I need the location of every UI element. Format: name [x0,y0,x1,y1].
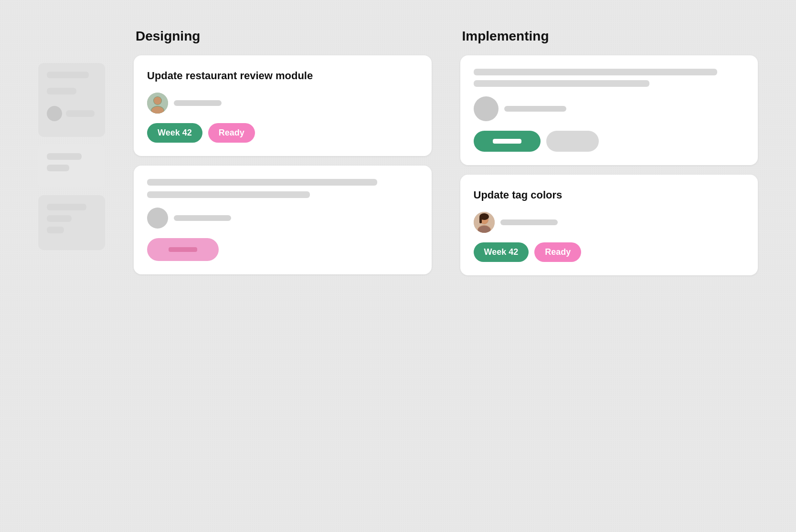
week42-tag[interactable]: Week 42 [474,242,529,262]
tags-row: Week 42 Ready [147,123,418,143]
ghost-line [474,69,718,75]
card-title: Update restaurant review module [147,69,418,83]
ready-tag[interactable]: Ready [534,242,581,262]
board: Designing Update restaurant review modul… [134,29,758,275]
avatar-placeholder [147,208,168,229]
ghost-line [474,80,650,87]
ghost-line [47,88,76,94]
implementing-column: Implementing [460,29,758,275]
svg-rect-11 [479,217,482,223]
ghost-line [47,153,82,160]
gray-tag-placeholder [546,131,599,152]
ghost-card-1 [38,63,105,137]
ghost-line [47,72,89,78]
avatar-row [147,93,418,114]
ghost-title-area [474,69,745,87]
implementing-cards: Update tag colors [460,55,758,275]
ghost-title-area [147,179,418,198]
name-placeholder [174,100,222,106]
tag-inner-line [493,139,521,144]
ghost-line [147,191,310,198]
ghost-line [47,227,64,233]
ghost-avatar [47,106,62,121]
ghost-line [147,179,377,186]
designing-column-header: Designing [134,29,432,44]
ready-tag[interactable]: Ready [208,123,255,143]
implementing-column-header: Implementing [460,29,758,44]
ghost-line [47,165,69,171]
designing-column: Designing Update restaurant review modul… [134,29,432,275]
week42-tag[interactable]: Week 42 [147,123,202,143]
svg-point-3 [154,97,161,104]
avatar [147,93,168,114]
avatar-row [147,208,418,229]
green-tag-placeholder [474,131,541,152]
tags-row: Week 42 Ready [474,242,745,262]
ghost-card-2 [38,145,105,188]
tag-inner-line [169,247,197,252]
avatar-placeholder [474,96,499,121]
ghost-line [66,110,95,117]
designing-cards: Update restaurant review module [134,55,432,274]
card-update-tag-colors[interactable]: Update tag colors [460,175,758,275]
name-placeholder [504,106,566,112]
name-placeholder [174,215,231,221]
avatar-row [474,212,745,233]
left-sidebar-ghost [38,29,105,250]
tags-row [147,238,418,261]
card-title: Update tag colors [474,188,745,202]
ghost-line [47,204,86,210]
card-ghost-implementing[interactable] [460,55,758,165]
avatar-row [474,96,745,121]
ghost-card-3 [38,195,105,250]
ghost-line [47,215,72,222]
pink-tag-placeholder [147,238,219,261]
name-placeholder [500,219,558,225]
tags-row [474,131,745,152]
avatar [474,212,495,233]
card-ghost-designing[interactable] [134,166,432,274]
card-update-restaurant[interactable]: Update restaurant review module [134,55,432,156]
